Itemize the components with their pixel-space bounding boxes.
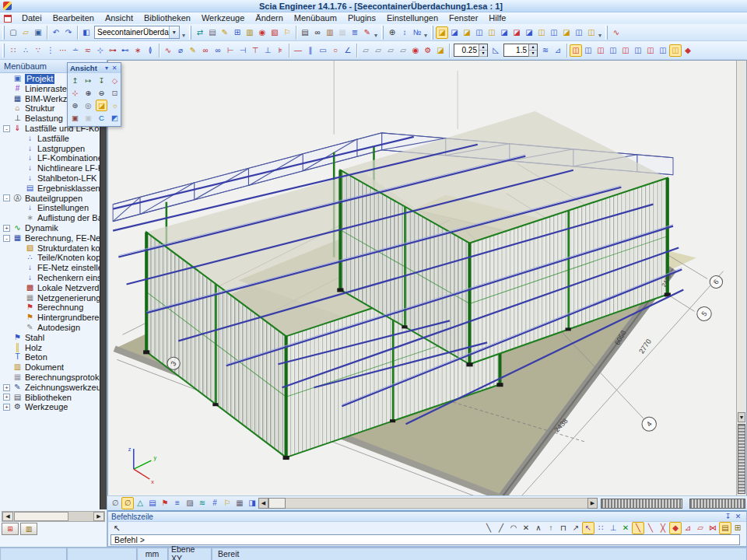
cursor-arrow-icon[interactable]: ↖ <box>110 523 123 534</box>
tree-expand-icon[interactable] <box>16 175 23 182</box>
tree-expand-icon[interactable] <box>16 155 23 162</box>
parallel-line-icon[interactable]: ∥ <box>304 44 317 57</box>
tree-item-dynamik[interactable]: + ∿ Dynamik <box>0 223 100 233</box>
activity-storey-icon[interactable]: ◫ <box>548 26 560 39</box>
tree-item-netzgenerierung[interactable]: ▦ Netzgenerierung <box>0 293 100 303</box>
support-bottom-icon[interactable]: ⊥ <box>261 44 274 57</box>
snap-point-icon[interactable]: ◆ <box>669 522 682 534</box>
scroll-left-icon[interactable]: ◀ <box>2 512 13 521</box>
snap-edge-midpoint-icon[interactable]: ╲ <box>644 522 657 534</box>
menu-ansicht[interactable]: Ansicht <box>100 12 139 24</box>
beam-join-icon[interactable]: ≂ <box>82 44 94 57</box>
edit-document-icon[interactable]: ✎ <box>219 26 231 39</box>
scroll-down-icon[interactable]: ▼ <box>738 412 745 422</box>
tree-expand-icon[interactable]: + <box>3 225 10 232</box>
menu-bibliotheken[interactable]: Bibliotheken <box>139 12 196 24</box>
close-project-icon[interactable]: ◧ <box>80 26 93 39</box>
zoom-selection-icon[interactable]: ◎ <box>82 100 94 111</box>
open-folder-icon[interactable]: ◪ <box>434 44 447 57</box>
menu-hilfe[interactable]: Hilfe <box>483 12 511 24</box>
load-display-icon[interactable]: ◫ <box>619 44 632 57</box>
unlink-icon[interactable]: ∞ <box>212 44 224 57</box>
tree-expand-icon[interactable]: - <box>3 125 10 132</box>
tree-item-dokument[interactable]: ▥ Dokument <box>0 362 100 373</box>
viewport-vertical-scrollbar[interactable]: ▼ <box>736 61 746 495</box>
snap-center-icon[interactable]: ◆ <box>682 44 694 57</box>
tree-expand-icon[interactable] <box>16 145 23 152</box>
activity-layer-icon[interactable]: ◫ <box>473 26 486 39</box>
model-viewport[interactable]: 3 4 5 6 <box>107 60 747 495</box>
activity-layer-icon[interactable]: ◫ <box>486 26 498 39</box>
split-view-icon[interactable]: ◨ <box>246 497 258 509</box>
angle-icon[interactable]: ∠ <box>342 44 354 57</box>
angle-step-icon[interactable]: ⊿ <box>552 44 564 57</box>
toolbar-grip[interactable] <box>605 26 608 40</box>
ansicht-palette[interactable]: Ansicht ▾ ✕ ↥↦↧◇⊹⊕⊖⊡⊛◎◪☼▣▣C◩ <box>67 62 121 127</box>
tree-expand-icon[interactable] <box>3 374 10 381</box>
zoom-in-icon[interactable]: ⊕ <box>82 87 94 99</box>
snap-perpendicular-icon[interactable]: ⊥ <box>607 522 619 534</box>
command-input[interactable]: Befehl > <box>110 534 740 545</box>
tree-expand-icon[interactable] <box>3 344 10 351</box>
snap-edge-icon[interactable]: ╲ <box>632 522 644 534</box>
hinge-icon[interactable]: ⊧ <box>274 44 286 57</box>
tree-expand-icon[interactable] <box>16 264 23 271</box>
menu-fenster[interactable]: Fenster <box>444 12 483 24</box>
pencil-icon[interactable]: ✎ <box>187 44 199 57</box>
toolbar-grip[interactable] <box>2 26 5 40</box>
tree-expand-icon[interactable] <box>3 334 10 341</box>
tree-item-zeichnungswerkzeuge[interactable]: + ✎ Zeichnungswerkzeuge <box>0 383 100 393</box>
support-top-icon[interactable]: ⊤ <box>249 44 261 57</box>
line-grid-spinner[interactable]: 1.5 ▴▾ <box>503 44 538 57</box>
load-display-icon[interactable]: ◫ <box>582 44 594 57</box>
tree-item-lastgruppen[interactable]: ↓ Lastgruppen <box>0 144 100 154</box>
tree-expand-icon[interactable]: + <box>3 384 10 391</box>
snap-midpoint-icon[interactable]: ∧ <box>532 522 545 534</box>
view-cube-icon[interactable]: ◩ <box>109 112 121 124</box>
tree-item-autodesign[interactable]: ✎ Autodesign <box>0 323 100 333</box>
tree-expand-icon[interactable] <box>16 215 23 222</box>
intersection-icon[interactable]: ⊹ <box>94 44 107 57</box>
view-y-icon[interactable]: ↧ <box>96 75 107 86</box>
activity-filter-icon[interactable]: ◪ <box>461 26 473 39</box>
toolbar-grip[interactable] <box>431 26 433 40</box>
close-icon[interactable]: ✕ <box>110 65 118 72</box>
toolbar-grip[interactable] <box>2 44 5 58</box>
storeys-icon[interactable]: ↕ <box>398 26 411 39</box>
shading-mode-icon[interactable]: ∅ <box>121 497 134 509</box>
tree-item-stahlbeton-lfk[interactable]: ↓ Stahlbeton-LFK <box>0 173 100 184</box>
menu-aendern[interactable]: Ändern <box>250 12 288 24</box>
open-icon[interactable]: ▱ <box>19 26 32 39</box>
connect-members-icon[interactable]: ⊶ <box>107 44 119 57</box>
tree-expand-icon[interactable] <box>16 254 23 261</box>
tree-expand-icon[interactable] <box>16 324 23 331</box>
camera-icon[interactable]: ▣ <box>69 112 81 124</box>
scrollbar-thumb[interactable] <box>14 512 68 521</box>
texture-icon[interactable]: ▨ <box>184 497 196 509</box>
table-view-icon[interactable]: ▦ <box>233 497 246 509</box>
node-grid-icon[interactable]: ∷ <box>7 44 19 57</box>
image-gallery-icon[interactable]: ▧ <box>268 26 281 39</box>
tree-item-beton[interactable]: T Beton <box>0 352 100 362</box>
viewpoint-icon[interactable]: ◉ <box>409 44 422 57</box>
tree-expand-icon[interactable] <box>16 135 23 142</box>
chevron-down-icon[interactable]: ▾ <box>103 65 110 72</box>
viewport-canvas[interactable]: 3 4 5 6 <box>108 61 736 495</box>
load-display-icon[interactable]: ◫ <box>570 44 582 57</box>
render-icon[interactable]: ◉ <box>256 26 268 39</box>
view-x-icon[interactable]: ↦ <box>82 75 94 86</box>
explode-icon[interactable]: ∗ <box>132 44 144 57</box>
coordinate-system-icon[interactable]: ⊞ <box>231 26 244 39</box>
zoom-window-icon[interactable]: ⊡ <box>109 87 121 99</box>
snap-tangent-icon[interactable]: ⊓ <box>557 522 570 534</box>
load-display-icon[interactable]: ◫ <box>669 44 682 57</box>
scrollbar-thumb[interactable] <box>738 424 745 494</box>
toolbar-grip[interactable] <box>381 26 384 40</box>
tree-expand-icon[interactable] <box>16 205 23 212</box>
visible-layers-icon[interactable]: ◪ <box>96 100 107 111</box>
results-chart-icon[interactable]: ▤ <box>146 497 159 509</box>
tree-expand-icon[interactable] <box>3 354 10 361</box>
camera-disabled-icon[interactable]: ▣ <box>82 112 94 124</box>
view-z-icon[interactable]: ↥ <box>69 75 81 86</box>
scale-triangle-icon[interactable]: ◺ <box>489 44 502 57</box>
